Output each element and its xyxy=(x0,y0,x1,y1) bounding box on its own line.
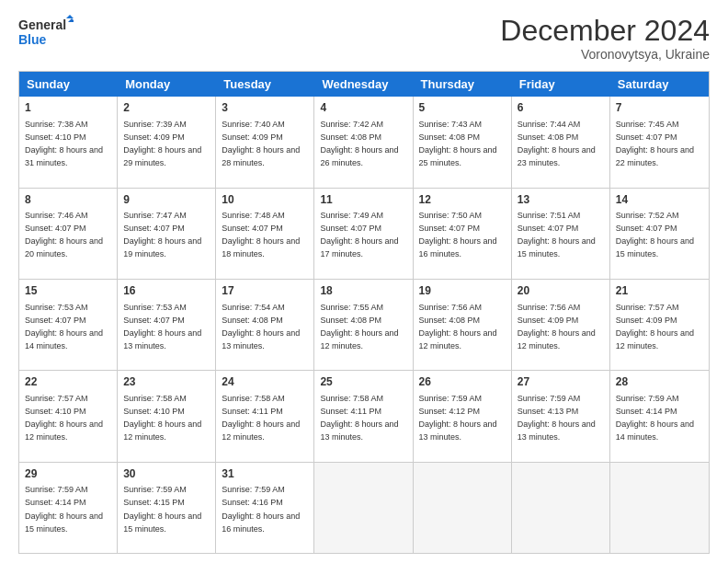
day-info: Sunrise: 7:58 AMSunset: 4:10 PMDaylight:… xyxy=(123,394,201,442)
day-info: Sunrise: 7:53 AMSunset: 4:07 PMDaylight:… xyxy=(123,303,201,350)
empty-cell-4-6 xyxy=(610,463,709,553)
header-day-tuesday: Tuesday xyxy=(216,72,314,97)
day-info: Sunrise: 7:44 AMSunset: 4:08 PMDaylight:… xyxy=(518,120,596,167)
day-cell-11: 11Sunrise: 7:49 AMSunset: 4:07 PMDayligh… xyxy=(314,189,413,279)
day-cell-26: 26Sunrise: 7:59 AMSunset: 4:12 PMDayligh… xyxy=(414,371,512,461)
header-day-saturday: Saturday xyxy=(610,72,709,97)
header-day-thursday: Thursday xyxy=(414,72,512,97)
day-info: Sunrise: 7:57 AMSunset: 4:10 PMDaylight:… xyxy=(25,394,103,442)
day-number: 29 xyxy=(25,466,111,482)
day-cell-5: 5Sunrise: 7:43 AMSunset: 4:08 PMDaylight… xyxy=(414,97,512,187)
header-day-monday: Monday xyxy=(118,72,216,97)
day-number: 8 xyxy=(25,192,111,208)
day-cell-24: 24Sunrise: 7:58 AMSunset: 4:11 PMDayligh… xyxy=(216,371,314,461)
day-cell-6: 6Sunrise: 7:44 AMSunset: 4:08 PMDaylight… xyxy=(512,97,610,187)
day-number: 28 xyxy=(616,374,703,390)
day-cell-28: 28Sunrise: 7:59 AMSunset: 4:14 PMDayligh… xyxy=(610,371,709,461)
title-block: December 2024 Voronovytsya, Ukraine xyxy=(500,15,710,62)
day-cell-27: 27Sunrise: 7:59 AMSunset: 4:13 PMDayligh… xyxy=(512,371,610,461)
day-cell-1: 1Sunrise: 7:38 AMSunset: 4:10 PMDaylight… xyxy=(19,97,118,187)
day-number: 3 xyxy=(222,100,308,116)
day-number: 23 xyxy=(123,374,210,390)
day-number: 27 xyxy=(518,374,604,390)
day-number: 19 xyxy=(419,283,506,299)
logo-svg: General Blue xyxy=(18,15,74,52)
day-info: Sunrise: 7:43 AMSunset: 4:08 PMDaylight:… xyxy=(419,120,497,167)
day-info: Sunrise: 7:58 AMSunset: 4:11 PMDaylight:… xyxy=(222,394,300,442)
day-info: Sunrise: 7:49 AMSunset: 4:07 PMDaylight:… xyxy=(320,211,398,259)
day-info: Sunrise: 7:38 AMSunset: 4:10 PMDaylight:… xyxy=(25,120,103,167)
header-day-wednesday: Wednesday xyxy=(314,72,413,97)
day-cell-2: 2Sunrise: 7:39 AMSunset: 4:09 PMDaylight… xyxy=(118,97,216,187)
week-row-2: 8Sunrise: 7:46 AMSunset: 4:07 PMDaylight… xyxy=(19,189,709,280)
day-number: 10 xyxy=(222,192,308,208)
day-info: Sunrise: 7:58 AMSunset: 4:11 PMDaylight:… xyxy=(320,394,398,442)
calendar-header: SundayMondayTuesdayWednesdayThursdayFrid… xyxy=(19,72,709,97)
week-row-5: 29Sunrise: 7:59 AMSunset: 4:14 PMDayligh… xyxy=(19,463,709,553)
svg-text:General: General xyxy=(18,17,66,32)
day-cell-16: 16Sunrise: 7:53 AMSunset: 4:07 PMDayligh… xyxy=(118,280,216,370)
day-info: Sunrise: 7:56 AMSunset: 4:08 PMDaylight:… xyxy=(419,303,497,350)
day-number: 13 xyxy=(518,192,604,208)
day-cell-12: 12Sunrise: 7:50 AMSunset: 4:07 PMDayligh… xyxy=(414,189,512,279)
day-cell-19: 19Sunrise: 7:56 AMSunset: 4:08 PMDayligh… xyxy=(414,280,512,370)
week-row-3: 15Sunrise: 7:53 AMSunset: 4:07 PMDayligh… xyxy=(19,280,709,371)
day-number: 20 xyxy=(518,283,604,299)
day-info: Sunrise: 7:48 AMSunset: 4:07 PMDaylight:… xyxy=(222,211,300,259)
day-cell-30: 30Sunrise: 7:59 AMSunset: 4:15 PMDayligh… xyxy=(118,463,216,553)
day-number: 18 xyxy=(320,283,406,299)
header-day-friday: Friday xyxy=(512,72,610,97)
subtitle: Voronovytsya, Ukraine xyxy=(500,47,710,62)
day-info: Sunrise: 7:56 AMSunset: 4:09 PMDaylight:… xyxy=(518,303,596,350)
day-info: Sunrise: 7:59 AMSunset: 4:14 PMDaylight:… xyxy=(25,485,103,533)
day-cell-17: 17Sunrise: 7:54 AMSunset: 4:08 PMDayligh… xyxy=(216,280,314,370)
day-number: 14 xyxy=(616,192,703,208)
day-cell-15: 15Sunrise: 7:53 AMSunset: 4:07 PMDayligh… xyxy=(19,280,118,370)
day-info: Sunrise: 7:59 AMSunset: 4:14 PMDaylight:… xyxy=(616,394,694,442)
day-cell-10: 10Sunrise: 7:48 AMSunset: 4:07 PMDayligh… xyxy=(216,189,314,279)
day-info: Sunrise: 7:59 AMSunset: 4:16 PMDaylight:… xyxy=(222,485,300,533)
day-number: 11 xyxy=(320,192,406,208)
main-title: December 2024 xyxy=(500,15,710,47)
day-cell-8: 8Sunrise: 7:46 AMSunset: 4:07 PMDaylight… xyxy=(19,189,118,279)
day-cell-3: 3Sunrise: 7:40 AMSunset: 4:09 PMDaylight… xyxy=(216,97,314,187)
week-row-4: 22Sunrise: 7:57 AMSunset: 4:10 PMDayligh… xyxy=(19,371,709,462)
logo: General Blue xyxy=(18,15,74,52)
day-info: Sunrise: 7:39 AMSunset: 4:09 PMDaylight:… xyxy=(123,120,201,167)
day-cell-4: 4Sunrise: 7:42 AMSunset: 4:08 PMDaylight… xyxy=(314,97,413,187)
day-number: 1 xyxy=(25,100,111,116)
page: General Blue December 2024 Voronovytsya,… xyxy=(0,0,728,563)
day-number: 22 xyxy=(25,374,111,390)
day-cell-14: 14Sunrise: 7:52 AMSunset: 4:07 PMDayligh… xyxy=(610,189,709,279)
calendar: SundayMondayTuesdayWednesdayThursdayFrid… xyxy=(18,71,710,554)
day-info: Sunrise: 7:52 AMSunset: 4:07 PMDaylight:… xyxy=(616,211,694,259)
day-cell-25: 25Sunrise: 7:58 AMSunset: 4:11 PMDayligh… xyxy=(314,371,413,461)
day-info: Sunrise: 7:40 AMSunset: 4:09 PMDaylight:… xyxy=(222,120,300,167)
day-cell-21: 21Sunrise: 7:57 AMSunset: 4:09 PMDayligh… xyxy=(610,280,709,370)
day-info: Sunrise: 7:59 AMSunset: 4:15 PMDaylight:… xyxy=(123,485,201,533)
day-info: Sunrise: 7:59 AMSunset: 4:12 PMDaylight:… xyxy=(419,394,497,442)
empty-cell-4-5 xyxy=(512,463,610,553)
day-info: Sunrise: 7:47 AMSunset: 4:07 PMDaylight:… xyxy=(123,211,201,259)
day-number: 25 xyxy=(320,374,406,390)
day-number: 12 xyxy=(419,192,506,208)
day-number: 2 xyxy=(123,100,210,116)
day-info: Sunrise: 7:57 AMSunset: 4:09 PMDaylight:… xyxy=(616,303,694,350)
day-number: 16 xyxy=(123,283,210,299)
svg-marker-3 xyxy=(68,18,74,22)
day-number: 6 xyxy=(518,100,604,116)
day-number: 31 xyxy=(222,466,308,482)
header-day-sunday: Sunday xyxy=(19,72,118,97)
header: General Blue December 2024 Voronovytsya,… xyxy=(18,15,710,62)
day-info: Sunrise: 7:42 AMSunset: 4:08 PMDaylight:… xyxy=(320,120,398,167)
day-cell-9: 9Sunrise: 7:47 AMSunset: 4:07 PMDaylight… xyxy=(118,189,216,279)
day-number: 26 xyxy=(419,374,506,390)
day-number: 7 xyxy=(616,100,703,116)
week-row-1: 1Sunrise: 7:38 AMSunset: 4:10 PMDaylight… xyxy=(19,97,709,188)
day-info: Sunrise: 7:53 AMSunset: 4:07 PMDaylight:… xyxy=(25,303,103,350)
day-info: Sunrise: 7:50 AMSunset: 4:07 PMDaylight:… xyxy=(419,211,497,259)
svg-marker-2 xyxy=(66,15,74,18)
day-number: 30 xyxy=(123,466,210,482)
empty-cell-4-4 xyxy=(414,463,512,553)
day-cell-20: 20Sunrise: 7:56 AMSunset: 4:09 PMDayligh… xyxy=(512,280,610,370)
